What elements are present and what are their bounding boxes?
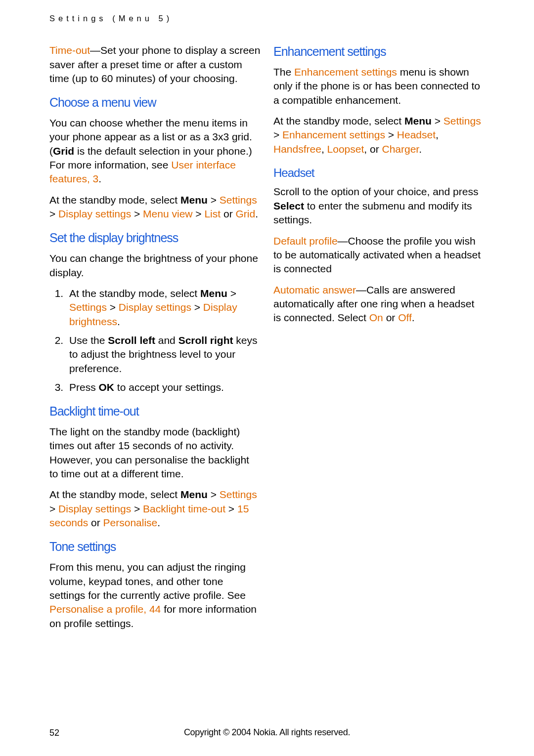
tone-settings-heading: Tone settings [49, 539, 261, 555]
headset-heading: Headset [273, 165, 485, 181]
page-footer: 52 Copyright © 2004 Nokia. All rights re… [49, 726, 485, 739]
headset-automatic-answer: Automatic answer—Calls are answered auto… [273, 283, 485, 325]
timeout-paragraph: Time-out—Set your phone to display a scr… [49, 43, 261, 85]
brightness-steps: At the standby mode, select Menu > Setti… [49, 287, 261, 394]
timeout-label: Time-out [49, 44, 90, 56]
personalise-profile-link[interactable]: Personalise a profile, 44 [49, 603, 161, 615]
brightness-intro: You can change the brightness of your ph… [49, 252, 261, 280]
headset-default-profile: Default profile—Choose the profile you w… [273, 234, 485, 276]
brightness-step-2: Use the Scroll left and Scroll right key… [66, 334, 261, 376]
backlight-timeout-heading: Backlight time-out [49, 403, 261, 420]
tone-paragraph: From this menu, you can adjust the ringi… [49, 560, 261, 630]
brightness-step-1: At the standby mode, select Menu > Setti… [66, 287, 261, 329]
copyright-text: Copyright © 2004 Nokia. All rights reser… [184, 726, 350, 738]
content-columns: Time-out—Set your phone to display a scr… [49, 43, 485, 641]
backlight-paragraph-2: At the standby mode, select Menu > Setti… [49, 488, 261, 530]
enhancement-paragraph-2: At the standby mode, select Menu > Setti… [273, 114, 485, 156]
headset-paragraph-1: Scroll to the option of your choice, and… [273, 185, 485, 227]
page-header: Settings (Menu 5) [49, 13, 485, 24]
enhancement-paragraph-1: The Enhancement settings menu is shown o… [273, 65, 485, 107]
choose-paragraph-1: You can choose whether the menu items in… [49, 116, 261, 186]
choose-menu-view-heading: Choose a menu view [49, 94, 261, 111]
backlight-paragraph-1: The light on the standby mode (backlight… [49, 425, 261, 481]
choose-paragraph-2: At the standby mode, select Menu > Setti… [49, 193, 261, 221]
set-display-brightness-heading: Set the display brightness [49, 230, 261, 247]
brightness-step-3: Press OK to accept your settings. [66, 380, 261, 394]
page-number: 52 [49, 727, 59, 739]
enhancement-settings-heading: Enhancement settings [273, 43, 485, 60]
